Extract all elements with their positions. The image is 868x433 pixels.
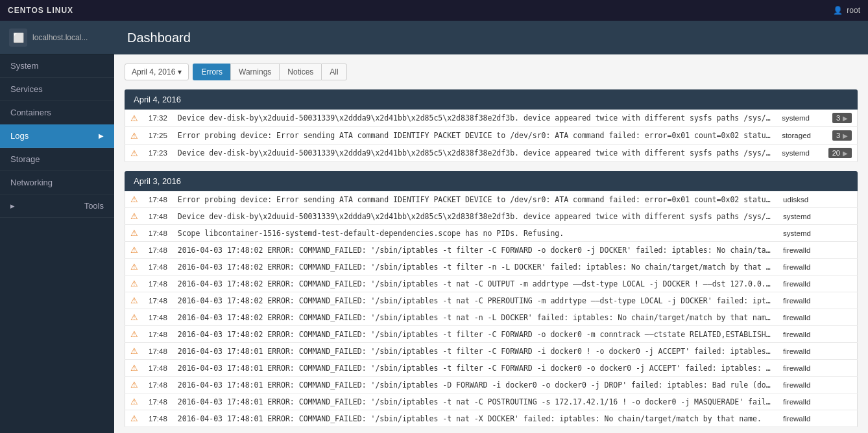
log-time: 17:48 xyxy=(143,275,173,292)
log-source: firewalld xyxy=(778,242,818,259)
log-count xyxy=(819,343,858,360)
log-section-april3-header: April 3, 2016 xyxy=(125,171,858,191)
warning-icon: ⚠ xyxy=(130,397,138,406)
log-source: firewalld xyxy=(778,393,818,410)
log-source: systemd xyxy=(778,225,818,242)
sidebar-item-containers[interactable]: Containers xyxy=(0,101,114,124)
log-source: firewalld xyxy=(778,275,818,292)
log-count xyxy=(819,410,858,427)
topbar-right: 👤 root xyxy=(833,6,860,15)
tab-errors[interactable]: Errors xyxy=(193,64,230,80)
table-row[interactable]: ⚠ 17:48 Error probing device: Error send… xyxy=(125,191,858,208)
tab-warnings[interactable]: Warnings xyxy=(230,64,279,80)
sidebar-item-storage-label: Storage xyxy=(10,154,40,164)
log-message: 2016-04-03 17:48:01 ERROR: COMMAND_FAILE… xyxy=(173,360,778,377)
count-badge[interactable]: 3 ▶ xyxy=(832,113,852,123)
warning-icon: ⚠ xyxy=(130,131,138,141)
date-picker-button[interactable]: April 4, 2016 ▾ xyxy=(125,64,189,80)
log-message: Device dev-disk-by\x2duuid-50031339\x2dd… xyxy=(173,145,777,162)
log-message: 2016-04-03 17:48:02 ERROR: COMMAND_FAILE… xyxy=(173,309,778,326)
sidebar-item-networking[interactable]: Networking xyxy=(0,171,114,194)
sidebar-item-logs[interactable]: Logs ▶ xyxy=(0,124,114,148)
sidebar-item-system[interactable]: System xyxy=(0,54,114,78)
count-badge[interactable]: 3 ▶ xyxy=(832,130,852,141)
table-row[interactable]: ⚠ 17:23 Device dev-disk-by\x2duuid-50031… xyxy=(125,145,858,162)
table-row[interactable]: ⚠ 17:48 Scope libcontainer-1516-systemd-… xyxy=(125,225,858,242)
log-section-april4-header: April 4, 2016 xyxy=(125,89,858,110)
log-time: 17:48 xyxy=(143,292,173,309)
log-source: firewalld xyxy=(778,377,818,393)
topbar-left: CENTOS LINUX xyxy=(8,6,73,15)
chevron-right-icon: ▶ xyxy=(843,132,848,139)
table-row[interactable]: ⚠ 17:48 Device dev-disk-by\x2duuid-50031… xyxy=(125,208,858,225)
log-message: 2016-04-03 17:48:02 ERROR: COMMAND_FAILE… xyxy=(173,275,778,292)
log-time: 17:48 xyxy=(143,326,173,343)
user-icon: 👤 xyxy=(833,6,843,15)
table-row[interactable]: ⚠ 17:48 2016-04-03 17:48:02 ERROR: COMMA… xyxy=(125,292,858,309)
log-section-april3: April 3, 2016 ⚠ 17:48 Error probing devi… xyxy=(125,171,858,427)
log-source: firewalld xyxy=(778,326,818,343)
log-time: 17:25 xyxy=(143,127,173,145)
table-row[interactable]: ⚠ 17:48 2016-04-03 17:48:02 ERROR: COMMA… xyxy=(125,326,858,343)
table-row[interactable]: ⚠ 17:48 2016-04-03 17:48:01 ERROR: COMMA… xyxy=(125,410,858,427)
server-icon: ⬜ xyxy=(9,29,27,47)
log-count xyxy=(819,326,858,343)
table-row[interactable]: ⚠ 17:48 2016-04-03 17:48:01 ERROR: COMMA… xyxy=(125,360,858,377)
sidebar-header: ⬜ localhost.local... xyxy=(0,21,114,54)
tab-notices[interactable]: Notices xyxy=(279,64,321,80)
log-source: systemd xyxy=(777,110,818,127)
table-row[interactable]: ⚠ 17:48 2016-04-03 17:48:02 ERROR: COMMA… xyxy=(125,242,858,259)
log-time: 17:48 xyxy=(143,191,173,208)
warning-icon: ⚠ xyxy=(130,329,138,339)
log-message: 2016-04-03 17:48:02 ERROR: COMMAND_FAILE… xyxy=(173,326,778,343)
sidebar-item-logs-label: Logs xyxy=(10,131,29,141)
log-count xyxy=(819,377,858,393)
log-time: 17:48 xyxy=(143,259,173,275)
log-source: firewalld xyxy=(778,343,818,360)
log-time: 17:48 xyxy=(143,360,173,377)
page-title: Dashboard xyxy=(127,30,191,45)
log-source: storaged xyxy=(777,127,818,145)
brand-label: CENTOS LINUX xyxy=(8,6,73,15)
log-message: 2016-04-03 17:48:01 ERROR: COMMAND_FAILE… xyxy=(173,410,778,427)
table-row[interactable]: ⚠ 17:48 2016-04-03 17:48:02 ERROR: COMMA… xyxy=(125,259,858,275)
main-body: April 4, 2016 ▾ Errors Warnings Notices … xyxy=(114,54,868,433)
chevron-right-icon: ▶ xyxy=(843,150,848,157)
table-row[interactable]: ⚠ 17:48 2016-04-03 17:48:01 ERROR: COMMA… xyxy=(125,393,858,410)
log-message: 2016-04-03 17:48:01 ERROR: COMMAND_FAILE… xyxy=(173,343,778,360)
table-row[interactable]: ⚠ 17:48 2016-04-03 17:48:02 ERROR: COMMA… xyxy=(125,275,858,292)
log-time: 17:48 xyxy=(143,208,173,225)
log-time: 17:48 xyxy=(143,225,173,242)
filter-tabs: Errors Warnings Notices All xyxy=(193,64,346,80)
log-time: 17:48 xyxy=(143,393,173,410)
log-time: 17:23 xyxy=(143,145,173,162)
layout: ⬜ localhost.local... System Services Con… xyxy=(0,21,868,433)
log-message: Device dev-disk-by\x2duuid-50031339\x2dd… xyxy=(173,110,777,127)
tab-all[interactable]: All xyxy=(321,64,346,80)
user-label: root xyxy=(847,6,860,15)
log-message: 2016-04-03 17:48:01 ERROR: COMMAND_FAILE… xyxy=(173,393,778,410)
warning-icon: ⚠ xyxy=(130,194,138,204)
warning-icon: ⚠ xyxy=(130,346,138,356)
table-row[interactable]: ⚠ 17:25 Error probing device: Error send… xyxy=(125,127,858,145)
chevron-right-icon: ▶ xyxy=(843,115,848,122)
table-row[interactable]: ⚠ 17:48 2016-04-03 17:48:01 ERROR: COMMA… xyxy=(125,377,858,393)
topbar: CENTOS LINUX 👤 root xyxy=(0,0,868,21)
table-row[interactable]: ⚠ 17:48 2016-04-03 17:48:01 ERROR: COMMA… xyxy=(125,343,858,360)
table-row[interactable]: ⚠ 17:48 2016-04-03 17:48:02 ERROR: COMMA… xyxy=(125,309,858,326)
log-section-april3-date: April 3, 2016 xyxy=(134,176,181,186)
sidebar-item-services[interactable]: Services xyxy=(0,78,114,101)
log-count xyxy=(819,191,858,208)
table-row[interactable]: ⚠ 17:32 Device dev-disk-by\x2duuid-50031… xyxy=(125,110,858,127)
log-message: 2016-04-03 17:48:02 ERROR: COMMAND_FAILE… xyxy=(173,242,778,259)
log-message: 2016-04-03 17:48:01 ERROR: COMMAND_FAILE… xyxy=(173,377,778,393)
log-time: 17:32 xyxy=(143,110,173,127)
count-badge[interactable]: 20 ▶ xyxy=(828,148,852,158)
date-label: April 4, 2016 xyxy=(132,67,175,76)
sidebar-item-storage[interactable]: Storage xyxy=(0,148,114,171)
log-time: 17:48 xyxy=(143,309,173,326)
sidebar-item-containers-label: Containers xyxy=(10,108,51,117)
log-message: Device dev-disk-by\x2duuid-50031339\x2dd… xyxy=(173,208,778,225)
log-source: firewalld xyxy=(778,410,818,427)
sidebar-item-tools[interactable]: ▸ Tools xyxy=(0,194,114,218)
